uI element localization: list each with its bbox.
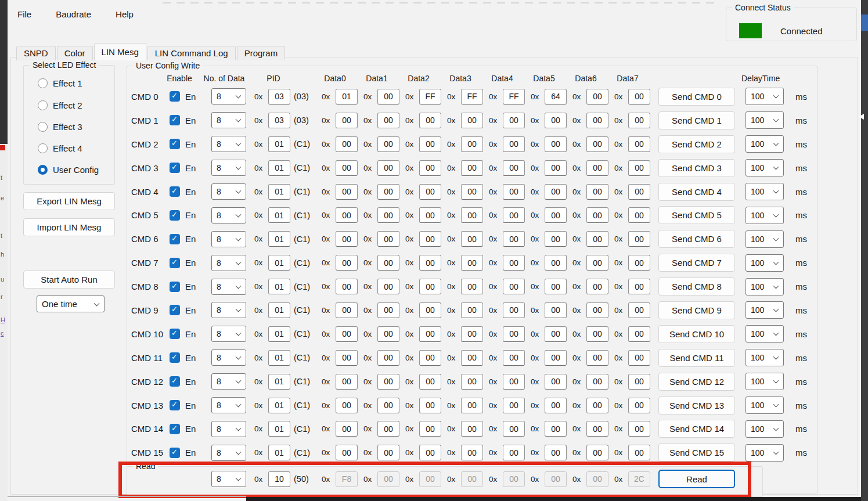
data0-input[interactable]	[336, 374, 358, 390]
data3-input[interactable]	[461, 398, 483, 413]
delay-time-select[interactable]: 100	[745, 278, 784, 295]
data1-input[interactable]	[377, 89, 399, 104]
no-of-data-select[interactable]: 8	[211, 302, 246, 318]
data5-input[interactable]	[545, 160, 567, 176]
pid-input[interactable]	[268, 255, 290, 271]
data6-input[interactable]	[586, 231, 608, 247]
delay-time-select[interactable]: 100	[745, 325, 784, 343]
menu-help[interactable]: Help	[113, 8, 136, 20]
enable-checkbox[interactable]	[170, 424, 180, 434]
data2-input[interactable]	[419, 136, 441, 152]
no-of-data-select[interactable]: 8	[211, 349, 246, 366]
pid-input[interactable]	[268, 350, 290, 366]
data2-input[interactable]	[419, 421, 441, 437]
data1-input[interactable]	[377, 421, 399, 437]
data3-input[interactable]	[461, 113, 483, 128]
run-mode-select[interactable]: One time	[37, 295, 105, 312]
pid-input[interactable]	[268, 279, 290, 294]
data2-input[interactable]	[419, 445, 441, 460]
data4-input[interactable]	[503, 326, 525, 342]
delay-time-select[interactable]: 100	[745, 111, 784, 129]
data2-input[interactable]	[419, 207, 441, 223]
data6-input[interactable]	[586, 136, 608, 152]
data1-input[interactable]	[377, 350, 399, 366]
data0-input[interactable]	[336, 302, 358, 318]
data0-input[interactable]	[336, 398, 358, 413]
data0-input[interactable]	[336, 231, 358, 247]
data6-input[interactable]	[586, 207, 608, 223]
send-cmd-button[interactable]: Send CMD 7	[658, 254, 735, 272]
data7-input[interactable]	[628, 184, 650, 200]
data3-input[interactable]	[461, 279, 483, 294]
data7-input[interactable]	[628, 113, 650, 128]
menu-file[interactable]: File	[15, 8, 34, 20]
data3-input[interactable]	[461, 255, 483, 271]
data6-input[interactable]	[586, 374, 608, 390]
pid-input[interactable]	[268, 302, 290, 318]
data0-input[interactable]	[336, 350, 358, 366]
data0-input[interactable]	[336, 445, 358, 460]
radio-effect-2[interactable]: Effect 2	[38, 100, 82, 110]
enable-checkbox[interactable]	[170, 448, 180, 458]
delay-time-select[interactable]: 100	[745, 88, 784, 105]
delay-time-select[interactable]: 100	[745, 159, 784, 176]
data6-input[interactable]	[586, 279, 608, 294]
pid-input[interactable]	[268, 207, 290, 223]
pid-input[interactable]	[268, 326, 290, 342]
no-of-data-select[interactable]: 8	[211, 183, 246, 200]
no-of-data-select[interactable]: 8	[211, 88, 246, 104]
data7-input[interactable]	[628, 302, 650, 318]
data0-input[interactable]	[336, 279, 358, 294]
export-lin-mesg-button[interactable]: Export LIN Mesg	[23, 192, 115, 210]
no-of-data-select[interactable]: 8	[211, 421, 246, 437]
data1-input[interactable]	[377, 136, 399, 152]
send-cmd-button[interactable]: Send CMD 3	[658, 159, 735, 177]
read-button[interactable]: Read	[658, 470, 735, 488]
tab-program[interactable]: Program	[237, 46, 286, 60]
pid-input[interactable]	[268, 231, 290, 247]
pid-input[interactable]	[268, 89, 290, 104]
delay-time-select[interactable]: 100	[745, 373, 784, 390]
enable-checkbox[interactable]	[170, 305, 180, 315]
data1-input[interactable]	[377, 231, 399, 247]
data1-input[interactable]	[377, 398, 399, 413]
data3-input[interactable]	[461, 374, 483, 390]
pid-input[interactable]	[268, 136, 290, 152]
data1-input[interactable]	[377, 207, 399, 223]
enable-checkbox[interactable]	[170, 329, 180, 339]
delay-time-select[interactable]: 100	[745, 301, 784, 319]
enable-checkbox[interactable]	[170, 139, 180, 149]
data0-input[interactable]	[336, 160, 358, 176]
import-lin-mesg-button[interactable]: Import LIN Mesg	[23, 218, 115, 236]
data4-input[interactable]	[503, 207, 525, 223]
tab-color[interactable]: Color	[57, 46, 93, 60]
send-cmd-button[interactable]: Send CMD 1	[658, 111, 735, 129]
enable-checkbox[interactable]	[170, 234, 180, 244]
data5-input[interactable]	[545, 279, 567, 294]
send-cmd-button[interactable]: Send CMD 0	[658, 88, 735, 106]
send-cmd-button[interactable]: Send CMD 13	[658, 397, 735, 415]
no-of-data-select[interactable]: 8	[211, 231, 246, 247]
data4-input[interactable]	[503, 89, 525, 104]
data2-input[interactable]	[419, 374, 441, 390]
data3-input[interactable]	[461, 184, 483, 200]
data4-input[interactable]	[503, 136, 525, 152]
data2-input[interactable]	[419, 255, 441, 271]
data1-input[interactable]	[377, 279, 399, 294]
data3-input[interactable]	[461, 421, 483, 437]
data6-input[interactable]	[586, 184, 608, 200]
data7-input[interactable]	[628, 279, 650, 294]
data7-input[interactable]	[628, 374, 650, 390]
send-cmd-button[interactable]: Send CMD 14	[658, 420, 735, 438]
data5-input[interactable]	[545, 374, 567, 390]
data1-input[interactable]	[377, 184, 399, 200]
data3-input[interactable]	[461, 231, 483, 247]
data4-input[interactable]	[503, 302, 525, 318]
data6-input[interactable]	[586, 445, 608, 460]
data7-input[interactable]	[628, 398, 650, 413]
data7-input[interactable]	[628, 255, 650, 271]
send-cmd-button[interactable]: Send CMD 6	[658, 230, 735, 248]
no-of-data-select[interactable]: 8	[211, 160, 246, 176]
data2-input[interactable]	[419, 279, 441, 294]
enable-checkbox[interactable]	[170, 210, 180, 221]
